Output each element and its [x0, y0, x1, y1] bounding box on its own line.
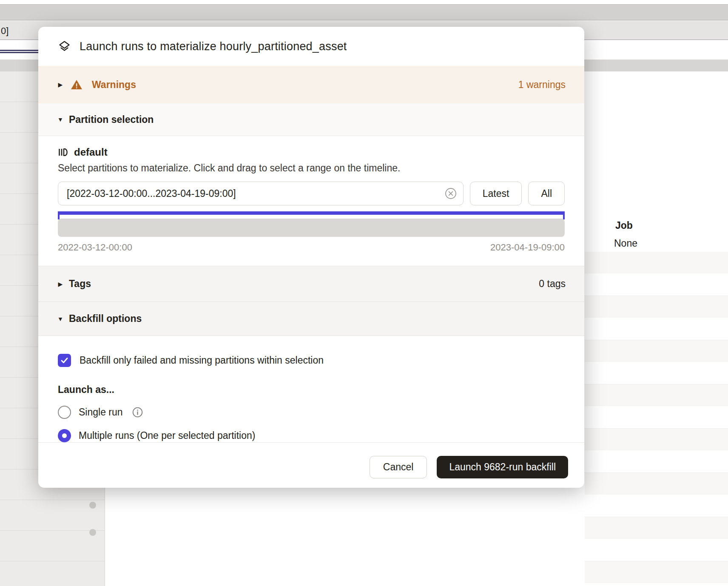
partition-set-icon [58, 147, 68, 157]
partition-set-row: default [58, 146, 565, 158]
launch-backfill-button[interactable]: Launch 9682-run backfill [437, 456, 568, 478]
warnings-label: Warnings [92, 79, 136, 91]
radio-selected-icon[interactable] [58, 429, 71, 442]
background-table-rows [585, 252, 728, 586]
timeline-start-label: 2022-03-12-00:00 [58, 242, 132, 253]
chevron-right-icon: ▶ [57, 281, 64, 287]
clear-circle-x-icon[interactable] [445, 188, 457, 199]
job-column-value: None [614, 238, 637, 249]
asset-layers-icon [59, 40, 70, 52]
dialog-title: Launch runs to materialize hourly_partit… [80, 40, 347, 53]
tags-count: 0 tags [539, 278, 566, 290]
latest-button[interactable]: Latest [470, 182, 522, 205]
job-column-header: Job [615, 220, 633, 231]
multiple-runs-radio-row[interactable]: Multiple runs (One per selected partitio… [58, 429, 565, 442]
chevron-down-icon: ▼ [57, 316, 64, 322]
all-button[interactable]: All [528, 182, 565, 205]
partition-range-row: Latest All [58, 182, 565, 205]
backfill-only-failed-label: Backfill only failed and missing partiti… [80, 355, 324, 366]
partition-selection-range-bar[interactable] [58, 211, 565, 215]
partition-selection-toggle[interactable]: ▼ Partition selection [38, 103, 584, 136]
background-status-dot [89, 529, 96, 536]
background-tab-underline [0, 50, 38, 53]
cancel-button[interactable]: Cancel [370, 456, 427, 478]
warnings-section-toggle[interactable]: ▶ Warnings 1 warnings [38, 66, 584, 103]
partition-range-input[interactable] [58, 182, 464, 205]
timeline-date-labels: 2022-03-12-00:00 2023-04-19-09:00 [58, 242, 565, 253]
backfill-only-failed-checkbox-row[interactable]: Backfill only failed and missing partiti… [58, 354, 565, 367]
multiple-runs-label: Multiple runs (One per selected partitio… [79, 430, 255, 441]
timeline-end-label: 2023-04-19-09:00 [490, 242, 565, 253]
backfill-options-title: Backfill options [69, 313, 142, 324]
partition-timeline[interactable] [58, 219, 565, 237]
info-circle-icon[interactable] [132, 407, 143, 418]
checkbox-checked-icon[interactable] [58, 354, 71, 367]
partition-range-input-wrap [58, 182, 464, 205]
dialog-footer: Cancel Launch 9682-run backfill [38, 442, 584, 488]
tags-title: Tags [69, 278, 91, 290]
screen: 0] Job None Launch runs to materialize h… [0, 0, 728, 586]
warning-triangle-icon [71, 80, 82, 90]
dialog-header: Launch runs to materialize hourly_partit… [38, 27, 584, 66]
radio-unselected-icon[interactable] [58, 406, 71, 419]
launch-backfill-dialog: Launch runs to materialize hourly_partit… [38, 27, 584, 488]
background-status-dot [89, 502, 96, 509]
launch-as-label: Launch as... [58, 384, 565, 395]
partition-selection-content: default Select partitions to materialize… [38, 136, 584, 266]
chevron-right-icon: ▶ [57, 81, 64, 88]
background-toolbar-band [0, 4, 728, 20]
background-partial-cell-text: 0] [1, 26, 9, 37]
single-run-label: Single run [79, 407, 123, 418]
partition-set-name: default [74, 146, 108, 158]
chevron-down-icon: ▼ [57, 116, 64, 123]
partition-selection-description: Select partitions to materialize. Click … [58, 162, 565, 174]
backfill-options-toggle[interactable]: ▼ Backfill options [38, 302, 584, 336]
backfill-options-content: Backfill only failed and missing partiti… [38, 336, 584, 442]
partition-selection-title: Partition selection [69, 114, 154, 125]
single-run-radio-row[interactable]: Single run [58, 406, 565, 419]
tags-section-toggle[interactable]: ▶ Tags 0 tags [38, 266, 584, 302]
warnings-count: 1 warnings [518, 79, 566, 91]
